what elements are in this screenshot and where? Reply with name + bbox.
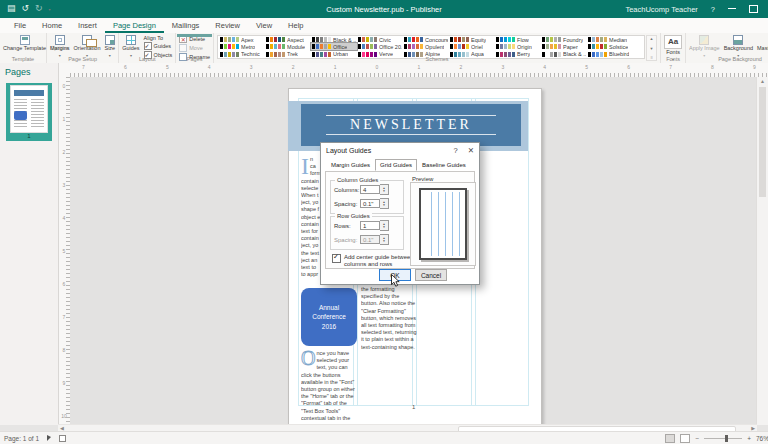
conference-pull-quote[interactable]: Annual Conference 2016 bbox=[301, 288, 357, 346]
color-chip bbox=[558, 44, 561, 49]
minimize-icon[interactable] bbox=[728, 8, 736, 9]
size-button[interactable]: Size bbox=[104, 35, 115, 58]
color-chip bbox=[366, 37, 369, 42]
dialog-tab[interactable]: Baseline Guides bbox=[417, 159, 471, 171]
color-scheme[interactable]: Office bbox=[311, 43, 357, 50]
dialog-tab[interactable]: Grid Guides bbox=[375, 159, 417, 171]
vertical-scrollbar[interactable]: ▲ bbox=[756, 77, 768, 425]
color-scheme[interactable]: Foundry bbox=[541, 36, 587, 43]
two-page-view-icon[interactable] bbox=[680, 434, 690, 443]
scheme-name: Origin bbox=[517, 44, 532, 50]
ruler-number: 2 bbox=[292, 64, 295, 70]
ribbon-tab[interactable]: Help bbox=[280, 18, 311, 33]
color-scheme[interactable]: Black & ... bbox=[311, 36, 357, 43]
zoom-percent[interactable]: 76% bbox=[756, 435, 768, 442]
margins-button[interactable]: Margins bbox=[50, 35, 70, 58]
newsletter-banner[interactable]: NEWSLETTER bbox=[301, 104, 521, 146]
ribbon-tab[interactable]: Review bbox=[207, 18, 248, 33]
color-scheme[interactable]: Metro bbox=[219, 43, 265, 50]
color-chip bbox=[546, 37, 549, 42]
color-scheme[interactable]: Apex bbox=[219, 36, 265, 43]
ribbon-tab[interactable]: Insert bbox=[70, 18, 105, 33]
ruler-number: 7 bbox=[82, 64, 85, 70]
redo-icon[interactable]: ↻ bbox=[35, 4, 43, 14]
color-chip bbox=[232, 37, 235, 42]
color-chip bbox=[320, 44, 323, 49]
columns-spinner[interactable]: ▲▼ bbox=[380, 184, 389, 195]
scheme-swatches bbox=[312, 37, 331, 42]
columns-input[interactable]: 4 bbox=[360, 185, 380, 194]
zoom-slider[interactable] bbox=[704, 438, 742, 439]
help-icon[interactable]: ? bbox=[711, 5, 715, 14]
orientation-button[interactable]: Orientation bbox=[74, 35, 101, 58]
ruler-number: 3 bbox=[63, 182, 66, 188]
story-paragraph-2[interactable]: O nce you have selected your text, you c… bbox=[301, 350, 357, 421]
object-position-icon bbox=[47, 435, 51, 441]
change-template-button[interactable]: Change Template bbox=[3, 35, 46, 52]
account-name[interactable]: TeachUcomp Teacher bbox=[625, 5, 697, 14]
scheme-name: Opulent bbox=[425, 44, 444, 50]
rows-spinner[interactable]: ▲▼ bbox=[380, 220, 389, 231]
scheme-swatches bbox=[404, 44, 423, 49]
scheme-name: Paper bbox=[563, 44, 578, 50]
restore-icon[interactable] bbox=[749, 5, 758, 13]
color-chip bbox=[274, 37, 277, 42]
color-chip bbox=[554, 37, 557, 42]
zoom-slider-thumb[interactable] bbox=[725, 435, 728, 442]
color-scheme[interactable]: Flow bbox=[495, 36, 541, 43]
dialog-title-bar[interactable]: Layout Guides ? ✕ bbox=[321, 143, 479, 158]
customize-qat-icon[interactable] bbox=[49, 4, 51, 14]
dialog-tab[interactable]: Margin Guides bbox=[326, 159, 375, 171]
zoom-in-icon[interactable]: + bbox=[747, 435, 751, 442]
story-column-2[interactable]: the formatting specified by the button. … bbox=[361, 286, 417, 356]
color-chip bbox=[592, 37, 595, 42]
color-scheme[interactable]: Oriel bbox=[449, 43, 495, 50]
master-pages-button[interactable]: Master Pages bbox=[757, 35, 768, 58]
gallery-down-icon[interactable]: ▼ bbox=[647, 46, 656, 51]
group-legend: Column Guides bbox=[335, 177, 380, 183]
preview-panel bbox=[410, 182, 476, 266]
dialog-close-icon[interactable]: ✕ bbox=[468, 146, 474, 155]
color-scheme[interactable]: Equity bbox=[449, 36, 495, 43]
undo-icon[interactable]: ↺ bbox=[22, 4, 30, 14]
page-indicator[interactable]: Page: 1 of 1 bbox=[4, 435, 39, 442]
zoom-out-icon[interactable]: − bbox=[695, 435, 699, 442]
row-spacing-label: Spacing: bbox=[334, 237, 360, 243]
guides-icon bbox=[126, 35, 136, 45]
ribbon-tab[interactable]: Home bbox=[34, 18, 70, 33]
ribbon-tab[interactable]: View bbox=[248, 18, 280, 33]
guides-button[interactable]: Guides bbox=[122, 35, 139, 58]
ribbon-tab[interactable]: File bbox=[6, 18, 34, 33]
scroll-up-icon[interactable]: ▲ bbox=[757, 77, 768, 85]
page-thumbnail-selected[interactable]: 1 bbox=[6, 83, 52, 141]
color-scheme[interactable]: Aspect bbox=[265, 36, 311, 43]
color-scheme[interactable]: Module bbox=[265, 43, 311, 50]
gallery-up-icon[interactable]: ▲ bbox=[647, 36, 656, 41]
color-scheme[interactable]: Office 20.. bbox=[357, 43, 403, 50]
color-scheme[interactable]: Origin bbox=[495, 43, 541, 50]
color-scheme[interactable]: Concourse bbox=[403, 36, 449, 43]
align-guides-checkbox[interactable]: Guides bbox=[144, 42, 173, 50]
color-scheme[interactable]: Solstice bbox=[587, 43, 633, 50]
color-scheme[interactable]: Paper bbox=[541, 43, 587, 50]
column-spacing-spinner[interactable]: ▲▼ bbox=[380, 198, 389, 209]
vertical-scroll-thumb[interactable] bbox=[759, 87, 766, 197]
dialog-help-icon[interactable]: ? bbox=[454, 146, 458, 155]
color-chip bbox=[224, 44, 227, 49]
save-icon[interactable]: ▤ bbox=[7, 4, 16, 14]
color-chip bbox=[504, 37, 507, 42]
color-chip bbox=[550, 44, 553, 49]
ribbon-tab[interactable]: Page Design bbox=[105, 18, 164, 33]
color-chip bbox=[550, 37, 553, 42]
ribbon-tab[interactable]: Mailings bbox=[164, 18, 208, 33]
column-spacing-input[interactable]: 0.1" bbox=[360, 199, 380, 208]
rows-input[interactable]: 1 bbox=[360, 221, 380, 230]
color-scheme[interactable]: Median bbox=[587, 36, 633, 43]
single-page-view-icon[interactable] bbox=[665, 434, 675, 443]
background-button[interactable]: Background bbox=[724, 35, 753, 58]
color-scheme[interactable]: Civic bbox=[357, 36, 403, 43]
cancel-button[interactable]: Cancel bbox=[415, 269, 447, 281]
background-icon bbox=[733, 35, 743, 45]
color-scheme[interactable]: Opulent bbox=[403, 43, 449, 50]
page-thumbnail[interactable] bbox=[11, 86, 47, 132]
